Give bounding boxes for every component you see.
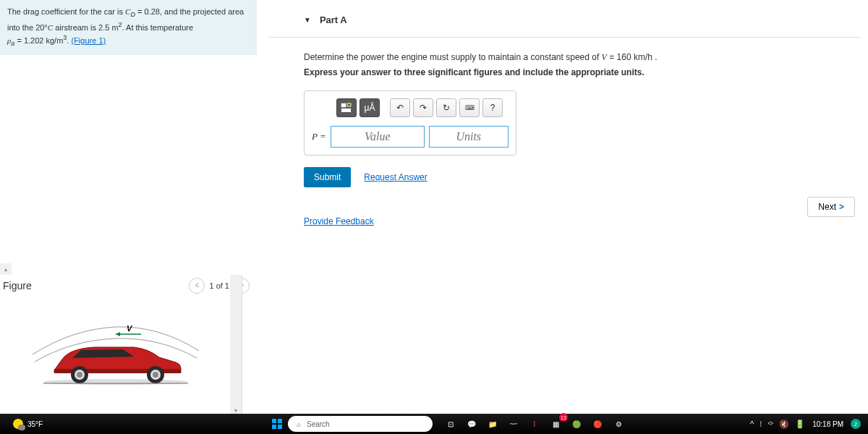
answer-box: μÅ ↶ ↷ ↻ ⌨ ? P =: [304, 90, 516, 156]
app-icon-4[interactable]: ▦: [546, 416, 565, 432]
svg-rect-18: [278, 425, 282, 429]
svg-rect-16: [278, 419, 282, 423]
app-icon-3[interactable]: I: [525, 416, 544, 432]
app-icon-5[interactable]: 🟢: [567, 416, 586, 432]
clock[interactable]: 10:18 PM: [812, 420, 843, 428]
tray-chevron-icon[interactable]: ^: [750, 420, 754, 429]
battery-icon[interactable]: 🔋: [795, 420, 805, 429]
volume-icon[interactable]: 🔇: [779, 420, 789, 429]
start-icon[interactable]: [268, 416, 286, 432]
special-chars-button[interactable]: μÅ: [359, 98, 380, 117]
template-button[interactable]: [336, 98, 357, 117]
search-box[interactable]: ⌕ Search: [288, 416, 433, 432]
figure-panel: ▴ ▾ V: [0, 275, 242, 416]
bluetooth-icon[interactable]: ⁝: [760, 420, 762, 429]
explorer-icon[interactable]: 📁: [483, 416, 502, 432]
wifi-icon[interactable]: ⌔: [768, 420, 773, 429]
question-hint: Express your answer to three significant…: [304, 67, 861, 77]
weather-icon: [13, 419, 23, 429]
problem-statement: The drag coefficient for the car is CD =…: [0, 0, 257, 55]
settings-icon[interactable]: ⚙: [609, 416, 628, 432]
variable-label: P =: [312, 131, 326, 142]
redo-button[interactable]: ↷: [413, 98, 433, 117]
svg-text:V: V: [127, 324, 133, 333]
reset-button[interactable]: ↻: [436, 98, 456, 117]
undo-button[interactable]: ↶: [390, 98, 410, 117]
chrome-icon[interactable]: 🔴: [588, 416, 607, 432]
help-button[interactable]: ?: [482, 98, 503, 117]
svg-point-10: [153, 372, 158, 378]
chevron-right-icon: >: [839, 202, 844, 212]
scrollbar[interactable]: ▾: [230, 275, 242, 416]
app-icon[interactable]: 💬: [462, 416, 481, 432]
value-input[interactable]: [331, 126, 425, 148]
svg-point-3: [43, 379, 188, 385]
svg-rect-17: [272, 425, 276, 429]
taskview-icon[interactable]: ⊡: [441, 416, 460, 432]
question-text: Determine the power the engine must supp…: [304, 52, 861, 63]
svg-point-7: [77, 372, 82, 378]
notification-icon[interactable]: 2: [851, 419, 861, 429]
part-title: Part A: [320, 14, 347, 25]
keyboard-button[interactable]: ⌨: [459, 98, 480, 117]
scroll-up-icon[interactable]: ▴: [0, 263, 12, 275]
search-icon: ⌕: [297, 420, 301, 428]
request-answer-link[interactable]: Request Answer: [364, 172, 427, 182]
collapse-icon[interactable]: ▼: [304, 16, 311, 24]
svg-rect-12: [341, 103, 346, 107]
svg-rect-13: [347, 103, 351, 106]
app-icon-2[interactable]: 〰: [504, 416, 523, 432]
car-figure: V: [29, 311, 203, 391]
units-input[interactable]: [429, 126, 509, 148]
submit-button[interactable]: Submit: [304, 167, 351, 187]
taskbar: 35°F ⌕ Search ⊡ 💬 📁 〰 I ▦ 🟢 🔴 ⚙ ^ ⁝ ⌔ 🔇 …: [0, 414, 868, 434]
provide-feedback-link[interactable]: Provide Feedback: [304, 216, 374, 226]
svg-rect-15: [272, 419, 276, 423]
svg-marker-1: [116, 332, 120, 336]
next-button[interactable]: Next>: [807, 197, 855, 217]
figure-link[interactable]: (Figure 1): [71, 36, 106, 45]
weather-widget[interactable]: 35°F: [13, 419, 43, 429]
svg-rect-14: [341, 109, 351, 112]
